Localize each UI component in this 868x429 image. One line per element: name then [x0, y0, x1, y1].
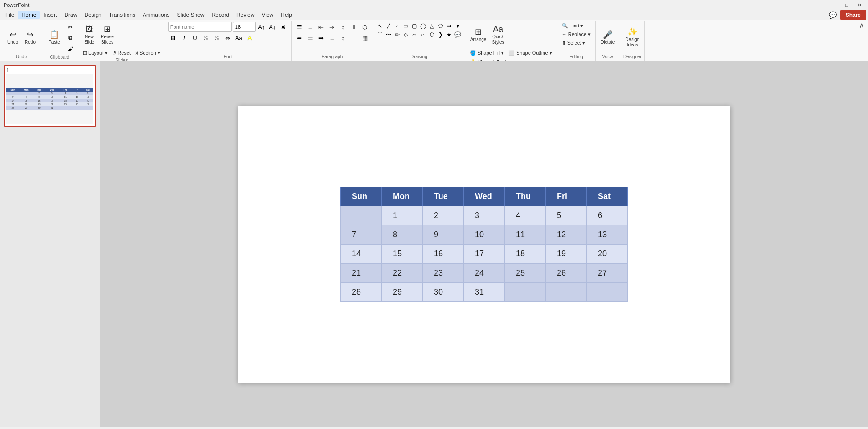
text-direction-button[interactable]: ↕	[338, 33, 348, 43]
find-button[interactable]: 🔍 Find ▾	[560, 22, 586, 30]
section-button[interactable]: § Section ▾	[134, 49, 162, 57]
editing-row1: 🔍 Find ▾	[560, 22, 586, 30]
dictate-icon: 🎤	[603, 31, 613, 39]
italic-button[interactable]: I	[179, 33, 189, 43]
shape-outline-button[interactable]: ⬜ Shape Outline ▾	[507, 49, 554, 57]
shape-arrow-right[interactable]: ⇒	[445, 22, 453, 30]
format-painter-button[interactable]: 🖌	[65, 44, 75, 54]
reuse-slides-button[interactable]: ⊞ ReuseSlides	[98, 22, 116, 48]
new-slide-button[interactable]: 🖼 NewSlide	[81, 22, 98, 48]
shape-fill-button[interactable]: 🪣 Shape Fill ▾	[468, 49, 506, 57]
bold-button[interactable]: B	[168, 33, 178, 43]
copy-button[interactable]: ⧉	[65, 33, 75, 43]
shape-chevron[interactable]: ❯	[437, 31, 445, 39]
arrange-button[interactable]: ⊞ Arrange	[468, 22, 489, 48]
menu-design[interactable]: Design	[81, 11, 105, 19]
shape-line2[interactable]: ⟋	[393, 22, 401, 30]
shadow-button[interactable]: S	[212, 33, 222, 43]
menu-view[interactable]: View	[258, 11, 277, 19]
close-btn[interactable]: ✕	[855, 2, 864, 8]
cal-cell: 18	[505, 244, 546, 263]
font-name-input[interactable]	[168, 22, 232, 32]
shape-diamond[interactable]: ◇	[402, 31, 410, 39]
chat-icon[interactable]: 💬	[829, 11, 837, 19]
shape-freeform[interactable]: ✏	[393, 31, 401, 39]
menu-home[interactable]: Home	[18, 11, 40, 19]
shape-curve[interactable]: 〜	[385, 31, 393, 39]
align-text-button[interactable]: ⊥	[349, 33, 359, 43]
shape-triangle[interactable]: △	[428, 22, 436, 30]
font-case-button[interactable]: Aa	[234, 33, 244, 43]
redo-button[interactable]: ↪ Redo	[22, 25, 38, 51]
quick-styles-icon: Aa	[493, 25, 503, 33]
shapes-grid: ↖ ╱ ⟋ ▭ ▢ ◯ △ ⬠ ⇒ ▼ ⌒ 〜 ✏ ◇ ▱ ⏢ ⬡ ❯ ★ 💬	[376, 22, 462, 39]
shape-oval[interactable]: ◯	[419, 22, 427, 30]
align-left-button[interactable]: ⬅	[294, 33, 304, 43]
shape-line[interactable]: ╱	[385, 22, 393, 30]
share-button[interactable]: Share	[840, 10, 866, 20]
menu-transitions[interactable]: Transitions	[105, 11, 139, 19]
shape-parallelogram[interactable]: ▱	[411, 31, 419, 39]
align-right-button[interactable]: ➡	[316, 33, 326, 43]
shape-more[interactable]: ▼	[454, 22, 462, 30]
menu-insert[interactable]: Insert	[40, 11, 61, 19]
shape-callout[interactable]: 💬	[454, 31, 462, 39]
font-size-input[interactable]	[233, 22, 256, 32]
replace-button[interactable]: ↔ Replace ▾	[560, 31, 592, 38]
increase-indent-button[interactable]: ⇥	[327, 22, 337, 32]
shape-rounded-rect[interactable]: ▢	[411, 22, 419, 30]
shape-arc[interactable]: ⌒	[376, 31, 384, 39]
slide-thumbnail-1[interactable]: 1 SunMonTueWedThuFriSat 123456 789101112…	[4, 65, 96, 127]
clear-format-button[interactable]: ✖	[278, 22, 288, 32]
shape-pentagon[interactable]: ⬠	[437, 22, 445, 30]
cut-button[interactable]: ✂	[65, 22, 75, 32]
maximize-btn[interactable]: □	[842, 2, 851, 8]
menu-help[interactable]: Help	[277, 11, 296, 19]
reset-button[interactable]: ↺ Reset	[110, 49, 133, 57]
design-ideas-ribbon-button[interactable]: ✨ DesignIdeas	[623, 25, 642, 51]
slide-preview-1: SunMonTueWedThuFriSat 123456 78910111213…	[6, 74, 93, 124]
menu-record[interactable]: Record	[208, 11, 233, 19]
cal-cell: 25	[505, 263, 546, 282]
align-center-button[interactable]: ☰	[305, 33, 315, 43]
line-spacing-button[interactable]: ↕	[338, 22, 348, 32]
select-button[interactable]: ⬆ Select ▾	[560, 39, 587, 47]
ribbon-collapse-button[interactable]: ∧	[857, 21, 866, 61]
slide-content[interactable]: Sun Mon Tue Wed Thu Fri Sat 1 2 3	[238, 106, 730, 383]
shape-cursor[interactable]: ↖	[376, 22, 384, 30]
table-row: 14 15 16 17 18 19 20	[341, 244, 628, 263]
menu-animations[interactable]: Animations	[139, 11, 173, 19]
shape-trapezoid[interactable]: ⏢	[419, 31, 427, 39]
convert-to-smartart-button[interactable]: ⬡	[360, 22, 370, 32]
columns2-button[interactable]: ▦	[360, 33, 370, 43]
undo-button[interactable]: ↩ Undo	[5, 25, 21, 51]
menu-bar: File Home Insert Draw Design Transitions…	[0, 10, 868, 20]
layout-button[interactable]: ⊞ Layout ▾	[81, 49, 109, 57]
minimize-btn[interactable]: ─	[830, 2, 839, 8]
menu-draw[interactable]: Draw	[61, 11, 81, 19]
strikethrough-button[interactable]: S	[201, 33, 211, 43]
quick-styles-button[interactable]: Aa QuickStyles	[489, 22, 506, 48]
numbering-button[interactable]: ≡	[305, 22, 315, 32]
char-spacing-button[interactable]: ⇔	[223, 33, 233, 43]
cal-cell	[341, 206, 382, 225]
font-color-button[interactable]: A	[245, 33, 255, 43]
undo-icon: ↩	[10, 31, 16, 39]
bullets-button[interactable]: ☰	[294, 22, 304, 32]
justify-button[interactable]: ≡	[327, 33, 337, 43]
underline-button[interactable]: U	[190, 33, 200, 43]
shape-tools-row: 🪣 Shape Fill ▾ ⬜ Shape Outline ▾	[468, 49, 554, 57]
ribbon-content: ↩ Undo ↪ Redo Undo 📋 Paste ✂ ⧉	[0, 20, 868, 61]
columns-button[interactable]: ⫴	[349, 22, 359, 32]
menu-file[interactable]: File	[2, 11, 18, 19]
shape-hexagon[interactable]: ⬡	[428, 31, 436, 39]
shape-star[interactable]: ★	[445, 31, 453, 39]
paste-button[interactable]: 📋 Paste	[44, 25, 64, 51]
decrease-indent-button[interactable]: ⇤	[316, 22, 326, 32]
decrease-font-button[interactable]: A↓	[267, 22, 277, 32]
shape-rect[interactable]: ▭	[402, 22, 410, 30]
increase-font-button[interactable]: A↑	[257, 22, 267, 32]
menu-slideshow[interactable]: Slide Show	[173, 11, 208, 19]
menu-review[interactable]: Review	[233, 11, 258, 19]
dictate-button[interactable]: 🎤 Dictate	[598, 25, 617, 51]
